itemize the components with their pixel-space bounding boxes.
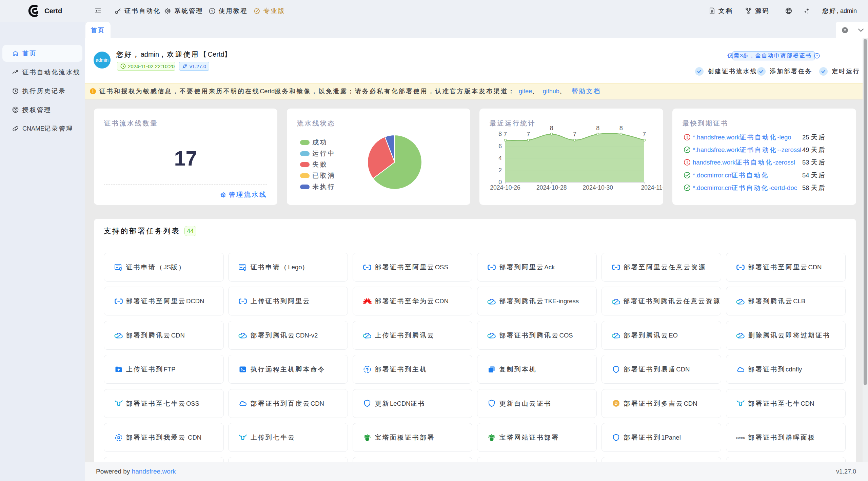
svg-text:2024-10-30: 2024-10-30 — [583, 184, 613, 191]
svg-text:4: 4 — [498, 155, 502, 161]
svg-text:2024-10-28: 2024-10-28 — [536, 184, 567, 191]
svg-text:8: 8 — [550, 125, 553, 132]
svg-text:8: 8 — [498, 131, 502, 137]
svg-text:D: D — [615, 401, 618, 406]
svg-text:6: 6 — [498, 143, 502, 150]
svg-text:7: 7 — [643, 131, 646, 138]
svg-text:?: ? — [816, 54, 818, 58]
svg-text:7: 7 — [504, 131, 507, 138]
svg-text:7: 7 — [573, 131, 576, 138]
svg-text:Synology: Synology — [736, 436, 745, 439]
svg-text:2024-10-26: 2024-10-26 — [490, 184, 520, 191]
svg-text:8: 8 — [619, 125, 623, 132]
svg-text:8: 8 — [596, 125, 599, 132]
svg-text:7: 7 — [527, 131, 530, 138]
svg-text:2: 2 — [498, 167, 502, 174]
svg-text:?: ? — [211, 9, 213, 13]
svg-text:2024-11-: 2024-11- — [641, 184, 663, 191]
